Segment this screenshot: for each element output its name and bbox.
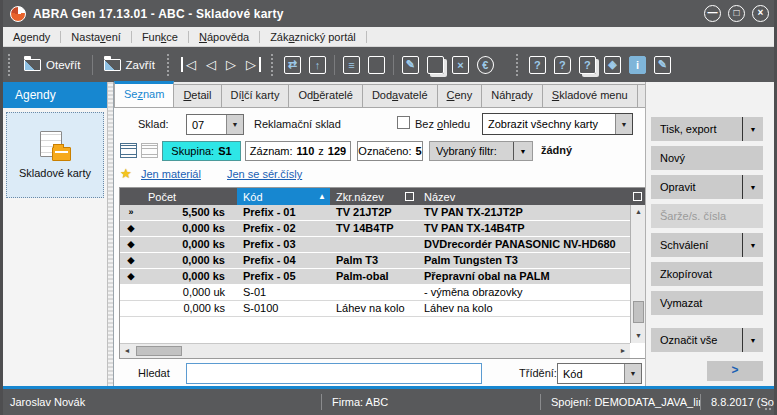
group-indicator: Skupina:S1 bbox=[162, 141, 241, 161]
star-icon[interactable]: ★ bbox=[120, 166, 132, 181]
column-header-pocet[interactable]: Počet bbox=[142, 188, 237, 205]
vertical-scroll-thumb[interactable] bbox=[633, 301, 644, 323]
print-export-button[interactable]: Tisk, export▼ bbox=[651, 117, 763, 141]
column-header-kod[interactable]: Kód▲ bbox=[237, 188, 330, 205]
toolbar-grip[interactable] bbox=[8, 54, 12, 76]
approval-button[interactable]: Schválení▼ bbox=[651, 233, 763, 257]
table-row[interactable]: ◆ 0,000 ks Prefix - 03 DVDrecordér PANAS… bbox=[120, 237, 646, 253]
table-row[interactable]: ◆ 0,000 ks Prefix - 04 Palm T3 Palm Tung… bbox=[120, 253, 646, 269]
navigator-icon[interactable]: ◈ bbox=[604, 56, 621, 74]
vertical-scrollbar[interactable]: ▲ ▼ bbox=[630, 205, 646, 343]
close-button[interactable]: × bbox=[752, 5, 769, 22]
toolbar-grip[interactable] bbox=[271, 54, 275, 76]
sort-ascending-icon: ▲ bbox=[318, 189, 326, 205]
column-options-icon[interactable] bbox=[633, 192, 642, 201]
notes-icon[interactable]: ✎ bbox=[654, 56, 671, 74]
edit-record-icon[interactable]: ✎ bbox=[402, 56, 419, 74]
chevron-down-icon[interactable]: ▼ bbox=[226, 115, 243, 134]
chevron-down-icon[interactable]: ▼ bbox=[743, 337, 763, 344]
tab-seznam[interactable]: Seznam bbox=[114, 81, 174, 107]
app-window: ABRA Gen 17.13.01 - ABC - Skladové karty… bbox=[0, 0, 777, 415]
help-icon[interactable]: ? bbox=[529, 56, 546, 74]
table-row[interactable]: » 5,500 ks Prefix - 01 TV 21JT2P TV PAN … bbox=[120, 205, 646, 221]
more-actions-button[interactable]: > bbox=[707, 361, 763, 381]
resize-grip[interactable] bbox=[764, 401, 774, 411]
menu-separator bbox=[366, 31, 367, 43]
scroll-left-icon[interactable]: ◄ bbox=[120, 344, 134, 358]
mark-all-button[interactable]: Označit vše▼ bbox=[651, 328, 763, 352]
delete-button[interactable]: Vymazat bbox=[651, 291, 763, 315]
menu-funkce[interactable]: Funkce bbox=[132, 29, 188, 45]
new-record-icon[interactable] bbox=[368, 56, 385, 74]
warehouse-name: Reklamační sklad bbox=[254, 118, 341, 130]
selected-filter-button[interactable]: Vybraný filtr: ▼ bbox=[429, 141, 533, 161]
search-price-icon[interactable]: € bbox=[477, 56, 494, 74]
chevron-down-icon[interactable]: ▼ bbox=[514, 148, 532, 155]
delete-record-icon[interactable]: × bbox=[452, 56, 469, 74]
chevron-down-icon[interactable]: ▼ bbox=[743, 242, 763, 249]
open-agenda-button[interactable]: Otevřít bbox=[17, 56, 88, 74]
expand-tree-icon[interactable] bbox=[120, 143, 137, 158]
context-help-icon[interactable]: ? bbox=[554, 56, 571, 74]
activate-agenda-icon[interactable]: ↑ bbox=[309, 56, 326, 74]
horizontal-scroll-thumb[interactable] bbox=[136, 346, 182, 356]
app-body: Agendy Skladové karty Seznam Detail Dílč… bbox=[3, 82, 774, 389]
next-record-icon[interactable]: ▷ bbox=[221, 57, 241, 72]
warehouse-combobox[interactable]: 07 ▼ bbox=[186, 114, 244, 135]
copy-button[interactable]: Zkopírovat bbox=[651, 262, 763, 286]
table-row[interactable]: ◆ 0,000 ks Prefix - 02 TV 14B4TP TV PAN … bbox=[120, 221, 646, 237]
copy-record-icon[interactable] bbox=[427, 56, 444, 74]
scroll-right-icon[interactable]: ► bbox=[616, 344, 630, 358]
first-record-icon[interactable]: ◁ bbox=[181, 57, 201, 72]
tab-odberatele[interactable]: Odběratelé bbox=[288, 84, 362, 107]
maximize-button[interactable]: □ bbox=[728, 5, 745, 22]
tab-detail[interactable]: Detail bbox=[173, 84, 221, 107]
horizontal-scrollbar[interactable]: ◄ ► bbox=[120, 343, 630, 358]
close-agenda-button[interactable]: Zavřít bbox=[97, 56, 162, 74]
bez-ohledu-checkbox[interactable] bbox=[397, 116, 410, 129]
sort-combobox[interactable]: Kód ▼ bbox=[557, 363, 642, 384]
search-input[interactable] bbox=[186, 363, 482, 384]
toolbar-grip[interactable] bbox=[516, 54, 520, 76]
menu-nastaveni[interactable]: Nastavení bbox=[61, 29, 131, 45]
refresh-agenda-icon[interactable]: ⇄ bbox=[284, 56, 301, 74]
table-row[interactable]: 0,000 ks S-0100 Láhev na kolo Láhev na k… bbox=[120, 301, 646, 317]
help-topics-icon[interactable]: ? bbox=[579, 56, 596, 74]
print-icon[interactable]: ≡ bbox=[343, 56, 360, 74]
menu-zakaznicky-portal[interactable]: Zákaznický portál bbox=[260, 29, 366, 45]
table-row[interactable]: ◆ 0,000 ks Prefix - 05 Palm-obal Přeprav… bbox=[120, 269, 646, 285]
previous-record-icon[interactable]: ◁ bbox=[201, 57, 221, 72]
chevron-down-icon[interactable]: ▼ bbox=[624, 364, 641, 383]
column-options-icon[interactable] bbox=[405, 192, 414, 201]
menu-agendy[interactable]: Agendy bbox=[3, 29, 60, 45]
menu-napoveda[interactable]: Nápověda bbox=[189, 29, 259, 45]
show-cards-combobox[interactable]: Zobrazit všechny karty ▼ bbox=[482, 113, 633, 135]
edit-button[interactable]: Opravit▼ bbox=[651, 175, 763, 199]
link-jen-ser-cisly[interactable]: Jen se sér.čísly bbox=[227, 168, 302, 180]
column-header-zkr-nazev[interactable]: Zkr.název bbox=[330, 188, 418, 205]
sidebar-splitter[interactable] bbox=[107, 82, 114, 386]
tab-nahrady[interactable]: Náhrady bbox=[481, 84, 543, 107]
column-header-nazev[interactable]: Název bbox=[418, 188, 646, 205]
sidebar-item-skladove-karty[interactable]: Skladové karty bbox=[6, 112, 104, 198]
tab-ceny[interactable]: Ceny bbox=[437, 84, 483, 107]
tab-dodavatele[interactable]: Dodavatelé bbox=[362, 84, 438, 107]
toolbar-separator bbox=[334, 55, 335, 75]
abra-logo-icon bbox=[10, 6, 26, 22]
collapse-tree-icon[interactable] bbox=[141, 143, 158, 158]
toolbar-grip[interactable] bbox=[167, 54, 171, 76]
scroll-down-icon[interactable]: ▼ bbox=[631, 329, 646, 343]
link-jen-material[interactable]: Jen materiál bbox=[141, 168, 201, 180]
table-row[interactable]: 0,000 uk S-01 - výměna obrazovky bbox=[120, 285, 646, 301]
info-icon[interactable]: i bbox=[629, 56, 646, 74]
last-record-icon[interactable]: ▷ bbox=[241, 57, 261, 72]
toolbar: Otevřít Zavřít ◁ ◁ ▷ ▷ ⇄ ↑ ≡ ✎ × € ? ? ?… bbox=[3, 47, 774, 82]
tab-skladove-menu[interactable]: Skladové menu bbox=[542, 84, 638, 107]
chevron-down-icon[interactable]: ▼ bbox=[615, 114, 632, 134]
chevron-down-icon[interactable]: ▼ bbox=[743, 126, 763, 133]
new-button[interactable]: Nový bbox=[651, 146, 763, 170]
scroll-up-icon[interactable]: ▲ bbox=[631, 205, 646, 219]
minimize-button[interactable]: — bbox=[704, 5, 721, 22]
tab-dilci-karty[interactable]: Dílčí karty bbox=[221, 84, 290, 107]
chevron-down-icon[interactable]: ▼ bbox=[743, 184, 763, 191]
